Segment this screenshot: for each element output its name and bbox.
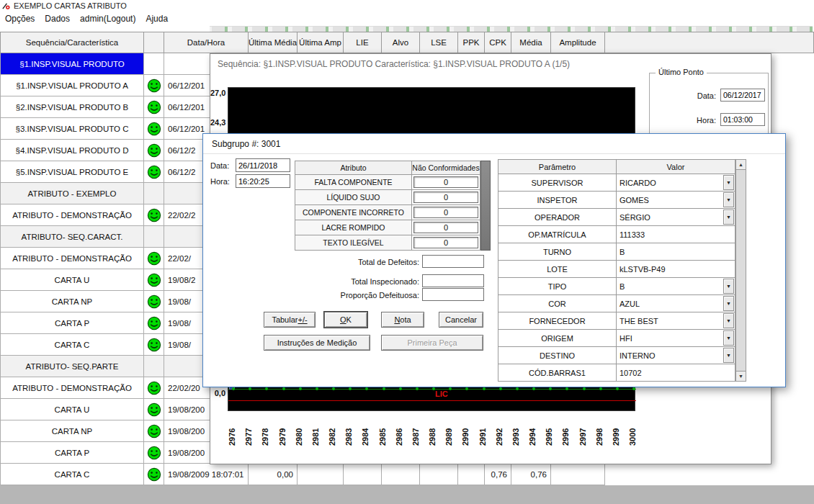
dropdown-arrow-icon[interactable]: ▼ (723, 296, 734, 311)
menu-item-dados[interactable]: Dados (40, 12, 75, 25)
data-point[interactable] (583, 387, 586, 390)
column-header-amplitude[interactable]: Amplitude (551, 32, 605, 53)
cancel-button[interactable]: Cancelar (439, 312, 483, 328)
column-header-cpk[interactable]: CPK (485, 32, 511, 53)
scroll-down-icon[interactable]: ▼ (736, 371, 746, 381)
nonconformity-count-input[interactable]: 0 (413, 192, 478, 203)
parameter-value-input[interactable]: kLSTVB-P49 (617, 261, 735, 278)
data-point[interactable] (416, 387, 419, 390)
scroll-up-icon[interactable]: ▲ (736, 160, 746, 170)
row-label[interactable]: CARTA P (0, 442, 144, 464)
column-header-lse[interactable]: LSE (420, 32, 458, 53)
parameter-value-input[interactable]: 10702 (617, 364, 735, 382)
nonconformity-count-input[interactable]: 0 (413, 176, 478, 188)
column-header-status[interactable] (144, 32, 164, 53)
parameter-combobox[interactable]: HFI▼ (617, 330, 735, 347)
data-point[interactable] (565, 387, 568, 390)
data-point[interactable] (249, 387, 251, 390)
data-point[interactable] (232, 387, 235, 390)
data-point[interactable] (365, 387, 368, 390)
table-row[interactable]: CARTA C19/08/2009 18:07:010,000,760,76 (0, 464, 605, 485)
defective-proportion-input[interactable] (422, 288, 484, 301)
column-header-m-dia[interactable]: Média (511, 32, 551, 53)
row-label[interactable]: ATRIBUTO- SEQ.CARACT. (0, 226, 144, 248)
column-header-data-hora[interactable]: Data/Hora (164, 32, 249, 53)
dropdown-arrow-icon[interactable]: ▼ (723, 279, 734, 294)
data-point[interactable] (549, 387, 552, 390)
nonconformity-count-input[interactable]: 0 (413, 207, 478, 218)
nonconformity-count-input[interactable]: 0 (413, 237, 478, 248)
column-header-ltima-amp[interactable]: Última Amp (298, 32, 344, 53)
dropdown-arrow-icon[interactable]: ▼ (723, 192, 734, 207)
data-point[interactable] (316, 387, 318, 390)
data-point[interactable] (449, 387, 452, 390)
dropdown-arrow-icon[interactable]: ▼ (723, 330, 734, 346)
row-label[interactable]: §1.INSP.VISUAL PRODUTO A (0, 75, 144, 96)
dropdown-arrow-icon[interactable]: ▼ (723, 348, 734, 363)
parameter-value-input[interactable]: 111333 (617, 226, 735, 243)
row-label[interactable]: CARTA C (0, 334, 144, 356)
parameter-combobox[interactable]: RICARDO▼ (617, 174, 735, 192)
data-point[interactable] (282, 387, 285, 390)
data-point[interactable] (465, 387, 468, 390)
data-point[interactable] (332, 387, 335, 390)
parameter-table-scrollbar[interactable]: ▲ ▼ (735, 159, 746, 382)
row-label[interactable]: §2.INSP.VISUAL PRODUTO B (0, 96, 144, 118)
data-point[interactable] (299, 387, 302, 390)
column-header-lie[interactable]: LIE (344, 32, 382, 53)
dropdown-arrow-icon[interactable]: ▼ (723, 313, 734, 328)
row-label[interactable]: §4.INSP.VISUAL PRODUTO D (0, 140, 144, 161)
row-label[interactable]: §3.INSP.VISUAL PRODUTO C (0, 118, 144, 140)
attribute-table-scrollbar[interactable] (480, 161, 491, 251)
data-point[interactable] (616, 387, 619, 390)
row-label[interactable]: §1.INSP.VISUAL PRODUTO (0, 53, 144, 75)
row-label[interactable]: CARTA NP (0, 291, 144, 312)
data-point[interactable] (599, 387, 602, 390)
column-header-ltima-m-dia[interactable]: Última Média (249, 32, 298, 53)
ok-button[interactable]: OK (324, 312, 367, 328)
dropdown-arrow-icon[interactable]: ▼ (723, 210, 734, 225)
row-label[interactable]: ATRIBUTO- SEQ.PARTE (0, 356, 144, 377)
column-header-sequ-ncia-caracter-stica[interactable]: Sequência/Característica (0, 32, 144, 53)
parameter-combobox[interactable]: SÉRGIO▼ (617, 209, 735, 226)
total-defects-input[interactable] (422, 255, 484, 268)
row-label[interactable]: ATRIBUTO - DEMONSTRAÇÃO (0, 204, 144, 226)
row-label[interactable]: CARTA P (0, 312, 144, 334)
row-label[interactable]: CARTA C (0, 464, 144, 485)
menu-item-admin-logout[interactable]: admin(Logout) (75, 12, 140, 25)
nota-button[interactable]: Nota (381, 312, 424, 328)
row-label[interactable]: ATRIBUTO - DEMONSTRAÇÃO (0, 248, 144, 269)
row-label[interactable]: CARTA U (0, 269, 144, 291)
data-point[interactable] (632, 387, 635, 390)
data-point[interactable] (532, 387, 535, 390)
parameter-combobox[interactable]: B▼ (617, 278, 735, 295)
data-point[interactable] (399, 387, 402, 390)
row-label[interactable]: CARTA U (0, 399, 144, 420)
data-point[interactable] (265, 387, 268, 390)
parameter-combobox[interactable]: THE BEST▼ (617, 312, 735, 330)
data-point[interactable] (432, 387, 435, 390)
row-label[interactable]: ATRIBUTO - DEMONSTRAÇÃO (0, 377, 144, 399)
row-label[interactable]: §5.INSP.VISUAL PRODUTO E (0, 161, 144, 183)
data-point[interactable] (499, 387, 502, 390)
data-point[interactable] (349, 387, 352, 390)
measurement-instructions-button[interactable]: Instruções de Medição (264, 335, 370, 351)
subgroup-time-input[interactable] (236, 174, 290, 188)
nonconformity-count-input[interactable]: 0 (413, 222, 478, 233)
dropdown-arrow-icon[interactable]: ▼ (723, 175, 734, 190)
column-header-alvo[interactable]: Alvo (382, 32, 420, 53)
subgroup-date-input[interactable] (236, 158, 290, 172)
parameter-combobox[interactable]: GOMES▼ (617, 192, 735, 209)
parameter-combobox[interactable]: INTERNO▼ (617, 347, 735, 364)
data-point[interactable] (383, 387, 385, 390)
parameter-value-input[interactable]: B (617, 243, 735, 261)
row-label[interactable]: ATRIBUTO - EXEMPLO (0, 183, 144, 204)
menu-item-ajuda[interactable]: Ajuda (140, 12, 173, 25)
column-header-ppk[interactable]: PPK (458, 32, 485, 53)
menu-item-op-es[interactable]: Opções (0, 12, 40, 25)
total-inspected-input[interactable] (422, 274, 484, 287)
data-point[interactable] (516, 387, 519, 390)
tabular-button[interactable]: Tabular +/- (264, 312, 316, 328)
row-label[interactable]: CARTA NP (0, 420, 144, 442)
parameter-combobox[interactable]: AZUL▼ (617, 295, 735, 312)
